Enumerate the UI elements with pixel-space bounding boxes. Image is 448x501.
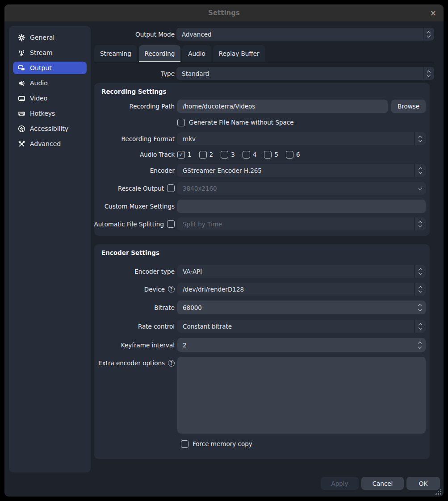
audio-track-label: Audio Track [94,151,175,158]
generate-filename-label: Generate File Name without Space [189,119,294,126]
recording-format-select[interactable]: mkv [177,132,426,145]
type-label: Type [94,70,175,77]
speaker-icon [17,79,25,87]
audio-track-4-checkbox[interactable] [243,151,250,159]
output-displays-icon [17,64,25,72]
generate-filename-checkbox[interactable] [177,119,185,126]
extra-encoder-options-label: Extra encoder options [98,359,165,367]
tab-audio[interactable]: Audio [182,45,211,62]
footer-buttons: Apply Cancel OK [321,477,440,490]
rescale-output-checkbox[interactable] [167,184,175,192]
help-icon[interactable]: ? [168,286,175,292]
encoder-settings-card: Encoder Settings Encoder type VA-API Dev… [94,244,430,459]
sidebar-label: Stream [30,49,53,56]
sidebar-item-hotkeys[interactable]: Hotkeys [13,107,87,120]
sidebar-item-advanced[interactable]: Advanced [13,138,87,150]
monitor-icon [17,94,25,102]
bitrate-label: Bitrate [94,304,175,311]
spinner-arrows [415,132,426,145]
audio-track-6-checkbox[interactable] [286,151,293,159]
sidebar-label: Advanced [30,140,61,147]
window-title: Settings [208,9,240,17]
sidebar-label: General [30,34,54,41]
sidebar-item-output[interactable]: Output [13,62,87,74]
rescale-output-label: Rescale Output [118,185,164,192]
recording-path-label: Recording Path [94,103,175,110]
recording-path-input[interactable] [177,100,388,113]
titlebar: Settings × [4,4,444,21]
spinner-arrows [415,217,426,230]
spinner-arrows [419,305,421,311]
sidebar-label: Video [30,95,47,102]
encoder-select[interactable]: GStreamer Encoder H.265 [177,164,426,177]
tab-replay-buffer[interactable]: Replay Buffer [213,45,265,62]
sidebar-item-stream[interactable]: Stream [13,46,87,59]
recording-settings-card: Recording Settings Recording Path Browse… [94,83,430,236]
sidebar-item-video[interactable]: Video [13,92,87,104]
browse-button[interactable]: Browse [391,100,426,113]
antenna-icon [17,49,25,57]
file-splitting-label: Automatic File Splitting [94,221,164,228]
audio-track-2-checkbox[interactable] [199,151,207,159]
spinner-arrows [423,67,434,80]
rate-control-select[interactable]: Constant bitrate [177,320,426,333]
recording-format-label: Recording Format [94,135,175,142]
tab-streaming[interactable]: Streaming [94,45,137,62]
audio-track-1-checkbox[interactable] [177,151,185,159]
sidebar-item-general[interactable]: General [13,31,87,44]
recording-settings-title: Recording Settings [101,88,166,95]
cancel-button[interactable]: Cancel [361,477,404,490]
spinner-arrows [415,265,426,278]
custom-muxer-label: Custom Muxer Settings [94,203,175,210]
keyboard-icon [17,109,25,117]
rate-control-label: Rate control [94,323,175,330]
gear-icon [17,33,25,42]
tab-recording[interactable]: Recording [139,45,181,62]
help-icon[interactable]: ? [168,360,175,367]
output-mode-select[interactable]: Advanced [176,28,434,41]
rescale-resolution-select[interactable]: 3840x2160 [177,182,426,195]
encoder-type-select[interactable]: VA-API [177,265,426,278]
audio-track-3-checkbox[interactable] [221,151,228,159]
chevron-down-icon [415,182,426,195]
sidebar-label: Output [30,64,52,71]
type-select[interactable]: Standard [176,67,434,80]
spinner-arrows [415,164,426,177]
ok-button[interactable]: OK [406,477,440,490]
audio-track-group: 1 2 3 4 5 6 [177,151,308,159]
encoder-settings-title: Encoder Settings [101,249,159,256]
spinner-arrows [415,320,426,333]
encoder-label: Encoder [94,167,175,174]
file-splitting-select[interactable]: Split by Time [177,217,426,230]
close-icon[interactable]: × [430,4,436,21]
spinner-arrows [415,283,426,296]
extra-encoder-options-textarea[interactable] [177,357,426,434]
encoder-type-label: Encoder type [94,268,175,275]
audio-track-5-checkbox[interactable] [264,151,272,159]
device-label: Device [144,286,165,293]
accessibility-icon [17,125,25,133]
sidebar-label: Accessibility [30,125,68,132]
spinner-arrows [419,342,421,348]
force-memory-copy-label: Force memory copy [193,440,252,447]
resize-grip-icon[interactable] [435,488,441,495]
sidebar-item-audio[interactable]: Audio [13,77,87,89]
keyframe-interval-spinbox[interactable]: 2 [177,338,426,352]
tools-icon [17,140,25,148]
spinner-arrows [423,28,434,41]
device-select[interactable]: /dev/dri/renderD128 [177,283,426,296]
sidebar: General Stream Output Audio Video [9,26,91,472]
sidebar-item-accessibility[interactable]: Accessibility [13,122,87,135]
tab-separator [94,62,434,63]
apply-button[interactable]: Apply [321,477,359,490]
sidebar-label: Hotkeys [30,110,55,117]
bitrate-spinbox[interactable]: 68000 [177,301,426,314]
custom-muxer-input[interactable] [177,200,426,213]
file-splitting-checkbox[interactable] [167,220,175,228]
force-memory-copy-checkbox[interactable] [181,440,188,448]
output-mode-label: Output Mode [94,31,175,38]
keyframe-interval-label: Keyframe interval [94,342,175,349]
sidebar-label: Audio [30,79,48,87]
settings-window: Settings × General Stream Output Au [4,4,444,497]
